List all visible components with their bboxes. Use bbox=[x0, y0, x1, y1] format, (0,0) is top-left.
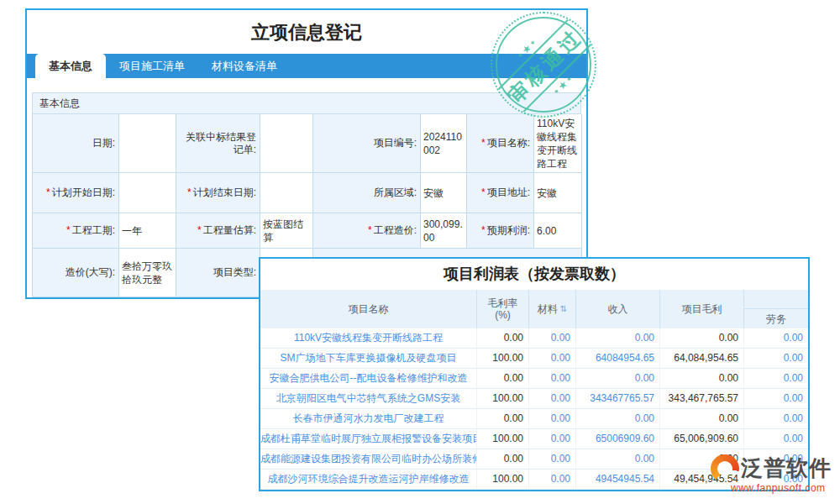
field-label-text: 项目地址: bbox=[487, 186, 530, 199]
material-cell[interactable]: 0.00 bbox=[529, 409, 576, 429]
field-value-cost-in-words[interactable]: 叁拾万零玖拾玖元整 bbox=[119, 249, 176, 297]
income-cell[interactable]: 64084954.65 bbox=[576, 349, 660, 369]
field-label-bid-result-link: 关联中标结果登记单: bbox=[176, 114, 260, 173]
income-cell[interactable]: 65006909.60 bbox=[576, 429, 660, 449]
vendor-url: www.fanpusoft.com bbox=[711, 482, 837, 494]
required-mark: * bbox=[481, 137, 486, 150]
material-cell[interactable]: 0.00 bbox=[529, 470, 576, 490]
table-row: SM广场地下车库更换摄像机及硬盘项目 100.00 0.00 64084954.… bbox=[260, 349, 808, 369]
section-header-basic-info: 基本信息 bbox=[32, 92, 581, 114]
field-value-project-cost[interactable]: 300,099.00 bbox=[421, 213, 467, 249]
project-name-link[interactable]: 长春市伊通河水力发电厂改建工程 bbox=[260, 409, 477, 429]
project-gross-cell: 0.00 bbox=[660, 328, 744, 349]
column-header-material-label: 材料 bbox=[538, 303, 558, 315]
labor-cell[interactable]: 0.00 bbox=[744, 328, 808, 349]
income-cell[interactable]: 0.00 bbox=[576, 328, 660, 349]
field-label-text: 工程工期: bbox=[72, 224, 115, 237]
table-row: 长春市伊通河水力发电厂改建工程 0.00 0.00 0.00 0.00 0.00 bbox=[260, 409, 808, 429]
field-label-plan-end-date: *计划结束日期: bbox=[176, 173, 260, 213]
material-cell[interactable]: 0.00 bbox=[529, 349, 576, 369]
required-mark: * bbox=[368, 224, 372, 237]
labor-cell[interactable]: 0.00 bbox=[744, 429, 808, 449]
material-cell[interactable]: 0.00 bbox=[529, 429, 576, 449]
gross-rate-cell: 100.00 bbox=[477, 349, 529, 369]
field-label-text: 预期利润: bbox=[487, 224, 530, 237]
project-name-link[interactable]: 成都沙河环境综合提升改造运河护岸维修改造 bbox=[260, 470, 477, 490]
field-value-bid-result-link[interactable] bbox=[260, 114, 313, 173]
gross-rate-cell: 100.00 bbox=[477, 389, 529, 409]
income-cell[interactable]: 0.00 bbox=[576, 369, 660, 389]
project-gross-cell: 343,467,765.57 bbox=[660, 389, 744, 409]
material-cell[interactable]: 0.00 bbox=[529, 389, 576, 409]
required-mark: * bbox=[187, 186, 192, 199]
field-label-text: 工程造价: bbox=[374, 224, 417, 237]
table-row: 成都杜甫草堂临时展厅独立展柜报警设备安装项目 100.00 0.00 65006… bbox=[260, 429, 808, 449]
labor-cell[interactable]: 0.00 bbox=[744, 409, 808, 429]
field-value-date[interactable] bbox=[119, 114, 176, 173]
gross-rate-cell: 0.00 bbox=[477, 449, 529, 470]
income-cell[interactable]: 0.00 bbox=[576, 409, 660, 429]
field-value-region[interactable]: 安徽 bbox=[421, 173, 467, 213]
stamp-rotor: ★★★ 审核通过 ★★★ bbox=[491, 12, 596, 118]
project-name-link[interactable]: 110kV安徽线程集变开断线路工程 bbox=[260, 328, 477, 349]
approval-stamp: ★★★ 审核通过 ★★★ bbox=[491, 12, 596, 118]
gross-rate-cell: 0.00 bbox=[477, 369, 529, 389]
field-label-cost-in-words: 造价(大写): bbox=[33, 249, 119, 297]
field-label-date: 日期: bbox=[33, 114, 119, 173]
project-name-link[interactable]: 成都杜甫草堂临时展厅独立展柜报警设备安装项目 bbox=[260, 429, 477, 449]
column-header-project-name: 项目名称 bbox=[260, 290, 477, 328]
field-value-project-duration[interactable]: 一年 bbox=[119, 213, 176, 249]
field-value-project-number[interactable]: 2024110002 bbox=[421, 114, 467, 173]
field-value-quantity-estimate[interactable]: 按蓝图结算 bbox=[260, 213, 313, 249]
project-name-link[interactable]: 北京朝阳区电气中芯特气系统之GMS安装 bbox=[260, 389, 477, 409]
field-label-project-duration: *工程工期: bbox=[33, 213, 119, 249]
material-cell[interactable]: 0.00 bbox=[529, 328, 576, 349]
required-mark: * bbox=[66, 224, 71, 237]
project-gross-cell: 0.00 bbox=[660, 409, 744, 429]
project-name-link[interactable]: 成都能源建设集团投资有限公司临时办公场所装修改 bbox=[260, 449, 477, 470]
table-row: 北京朝阳区电气中芯特气系统之GMS安装 100.00 0.00 34346776… bbox=[260, 389, 808, 409]
vendor-name: 泛普软件 bbox=[741, 454, 832, 483]
field-label-text: 工程量估算: bbox=[203, 224, 256, 237]
vendor-logo: 泛普软件 www.fanpusoft.com bbox=[711, 454, 837, 494]
field-label-text: 所属区域: bbox=[374, 186, 417, 199]
column-header-income: 收入 bbox=[576, 290, 660, 328]
project-name-link[interactable]: 安徽合肥供电公司--配电设备检修维护和改造 bbox=[260, 369, 477, 389]
field-label-text: 项目类型: bbox=[213, 266, 256, 279]
required-mark: * bbox=[481, 186, 486, 199]
field-value-plan-end-date[interactable] bbox=[260, 173, 313, 213]
sort-icon[interactable]: ⇅ bbox=[560, 303, 567, 315]
field-value-project-name[interactable]: 110kV安徽线程集变开断线路工程 bbox=[534, 114, 582, 173]
project-gross-cell: 64,084,954.65 bbox=[660, 349, 744, 369]
profit-table-header: 项目名称 毛利率 (%) 材料⇅ 收入 项目毛利 劳务 bbox=[260, 290, 808, 328]
labor-cell[interactable]: 0.00 bbox=[744, 349, 808, 369]
table-row: 安徽合肥供电公司--配电设备检修维护和改造 0.00 0.00 0.00 0.0… bbox=[260, 369, 808, 389]
income-cell[interactable]: 0.00 bbox=[576, 449, 660, 470]
field-value-plan-start-date[interactable] bbox=[119, 173, 176, 213]
field-label-project-name: *项目名称: bbox=[467, 114, 534, 173]
required-mark: * bbox=[197, 224, 202, 237]
gross-rate-cell: 100.00 bbox=[477, 470, 529, 490]
income-cell[interactable]: 49454945.54 bbox=[576, 470, 660, 490]
material-cell[interactable]: 0.00 bbox=[529, 369, 576, 389]
tab-material-equipment-list[interactable]: 材料设备清单 bbox=[198, 54, 291, 78]
labor-cell[interactable]: 0.00 bbox=[744, 369, 808, 389]
project-gross-cell: 65,006,909.60 bbox=[660, 429, 744, 449]
material-cell[interactable]: 0.00 bbox=[529, 449, 576, 470]
tab-basic-info[interactable]: 基本信息 bbox=[35, 54, 106, 78]
field-value-expected-profit[interactable]: 6.00 bbox=[534, 213, 582, 249]
income-cell[interactable]: 343467765.57 bbox=[576, 389, 660, 409]
project-name-link[interactable]: SM广场地下车库更换摄像机及硬盘项目 bbox=[260, 349, 477, 369]
field-label-project-cost: *工程造价: bbox=[313, 213, 421, 249]
required-mark: * bbox=[46, 186, 50, 199]
table-row: 110kV安徽线程集变开断线路工程 0.00 0.00 0.00 0.00 0.… bbox=[260, 328, 808, 349]
column-header-labor-group: 劳务 bbox=[744, 290, 808, 328]
gross-rate-cell: 0.00 bbox=[477, 328, 529, 349]
field-value-project-address[interactable]: 安徽 bbox=[534, 173, 582, 213]
tab-construction-list[interactable]: 项目施工清单 bbox=[106, 54, 198, 78]
field-label-text: 关联中标结果登记单: bbox=[180, 131, 256, 156]
screen: 立项信息登记 基本信息 项目施工清单 材料设备清单 基本信息 日期: 关联中标结… bbox=[0, 0, 840, 504]
column-header-material[interactable]: 材料⇅ bbox=[529, 290, 576, 328]
field-label-text: 计划结束日期: bbox=[193, 186, 256, 199]
labor-cell[interactable]: 0.00 bbox=[744, 389, 808, 409]
